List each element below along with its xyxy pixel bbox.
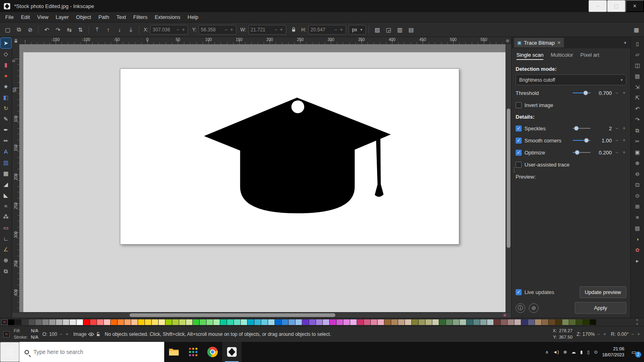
palette-swatch[interactable] xyxy=(282,319,288,325)
vertical-scrollbar-thumb[interactable] xyxy=(507,109,510,248)
opacity-control[interactable]: O: 100 − + xyxy=(42,331,69,337)
input-indicator-icon[interactable]: ⊙ xyxy=(594,350,598,355)
palette-swatch[interactable] xyxy=(473,319,480,325)
panel-resize-grip[interactable]: ⋮ xyxy=(511,166,517,173)
threshold-value[interactable]: 0.700 xyxy=(593,90,612,96)
panel-close-icon[interactable]: ✕ xyxy=(557,40,561,45)
export-icon[interactable]: ⇱ xyxy=(632,93,643,103)
slider-knob[interactable] xyxy=(574,126,579,131)
node-tool[interactable]: ◇ xyxy=(1,49,11,59)
slider-knob[interactable] xyxy=(583,90,588,95)
tweak-tool[interactable]: ≈ xyxy=(1,201,11,211)
height-field[interactable]: 20.547 − + xyxy=(308,25,346,35)
palette-swatch[interactable] xyxy=(425,319,432,325)
deselect-icon[interactable]: ⊘ xyxy=(25,25,35,35)
palette-swatch[interactable] xyxy=(56,319,62,325)
lower-icon[interactable]: ↓ xyxy=(114,25,125,35)
palette-scroll-down-icon[interactable]: ∨ xyxy=(636,322,638,326)
palette-swatch[interactable] xyxy=(508,319,514,325)
y-increment-button[interactable]: + xyxy=(229,27,234,33)
rotate-cw-icon[interactable]: ↷ xyxy=(53,25,63,35)
palette-swatch[interactable] xyxy=(83,319,90,325)
palette-swatch[interactable] xyxy=(234,319,240,325)
restore-button[interactable]: ▢ xyxy=(607,0,625,12)
optimize-decrement-button[interactable]: − xyxy=(615,150,619,155)
palette-swatch[interactable] xyxy=(268,319,275,325)
volume-icon[interactable]: ◄) xyxy=(553,350,559,354)
layer-name[interactable]: Image xyxy=(73,331,87,337)
palette-swatch[interactable] xyxy=(378,319,384,325)
zoom-out-icon[interactable]: ⊖ xyxy=(632,169,643,179)
palette-swatch[interactable] xyxy=(76,319,83,325)
smooth-corners-increment-button[interactable]: + xyxy=(622,138,626,143)
palette-swatch[interactable] xyxy=(213,319,220,325)
taskbar-grid-app-icon[interactable] xyxy=(184,342,203,362)
gradient-tool[interactable]: ▥ xyxy=(1,157,11,168)
tab-multicolor[interactable]: Multicolor xyxy=(551,52,573,60)
palette-swatch[interactable] xyxy=(336,319,343,325)
zoom-value[interactable]: 170% xyxy=(582,331,595,337)
cut-icon[interactable]: ✂ xyxy=(632,137,643,146)
x-field[interactable]: 307.036 − + xyxy=(150,25,188,35)
move-gradients-toggle-icon[interactable]: ▥ xyxy=(394,25,405,35)
threshold-increment-button[interactable]: + xyxy=(622,90,626,96)
height-decrement-button[interactable]: − xyxy=(334,27,338,33)
optimize-value[interactable]: 0.200 xyxy=(593,150,612,156)
palette-swatch[interactable] xyxy=(542,319,548,325)
panel-menu-caret-icon[interactable]: ▾ xyxy=(624,40,628,45)
fill-stroke-icon[interactable]: ◑ xyxy=(632,234,643,244)
update-preview-button[interactable]: Update preview xyxy=(580,286,626,298)
lower-to-bottom-icon[interactable]: ⤓ xyxy=(126,25,136,35)
zoom-control[interactable]: Z: 170% − + xyxy=(576,331,607,337)
palette-swatch[interactable] xyxy=(398,319,405,325)
smooth-corners-slider[interactable] xyxy=(573,138,590,143)
palette-swatch[interactable] xyxy=(460,319,466,325)
paint-bucket-tool[interactable]: ◣ xyxy=(1,190,11,200)
palette-swatch[interactable] xyxy=(186,319,192,325)
close-button[interactable]: ✕ xyxy=(625,0,644,12)
eraser-tool[interactable]: ▭ xyxy=(1,222,11,233)
palette-swatch[interactable] xyxy=(494,319,500,325)
spray-tool[interactable]: ⁂ xyxy=(1,212,11,222)
horizontal-ruler[interactable]: -150-100-5005010015020025030035040045050… xyxy=(19,37,504,44)
onedrive-icon[interactable]: ☁ xyxy=(572,350,576,355)
guide-lock-icon[interactable] xyxy=(12,37,19,44)
palette-swatch[interactable] xyxy=(289,319,295,325)
minimize-button[interactable]: ─ xyxy=(588,0,607,12)
save-icon[interactable]: ◫ xyxy=(632,61,643,70)
hidden-icons-chevron[interactable]: ∧ xyxy=(545,350,549,355)
palette-swatch[interactable] xyxy=(487,319,493,325)
slider-knob[interactable] xyxy=(575,150,580,155)
palette-swatch[interactable] xyxy=(254,319,261,325)
x-decrement-button[interactable]: − xyxy=(175,27,180,33)
menu-view[interactable]: View xyxy=(33,13,52,21)
palette-swatch[interactable] xyxy=(220,319,227,325)
palette-swatch[interactable] xyxy=(111,319,117,325)
invert-image-checkbox[interactable] xyxy=(516,102,522,108)
scale-stroke-toggle-icon[interactable]: ▨ xyxy=(372,25,382,35)
unit-dropdown[interactable]: px ▾ xyxy=(349,25,366,35)
palette-swatch[interactable] xyxy=(172,319,179,325)
palette-swatch[interactable] xyxy=(200,319,206,325)
raise-icon[interactable]: ↑ xyxy=(103,25,114,35)
palette-swatch[interactable] xyxy=(22,319,28,325)
zoom-increment-button[interactable]: + xyxy=(603,331,607,337)
palette-swatch[interactable] xyxy=(35,319,42,325)
tab-pixel-art[interactable]: Pixel art xyxy=(580,52,599,60)
palette-swatch[interactable] xyxy=(569,319,576,325)
scale-corners-toggle-icon[interactable]: ◲ xyxy=(383,25,394,35)
live-updates-checkbox[interactable]: ✓ xyxy=(516,289,522,295)
palette-swatch[interactable] xyxy=(323,319,329,325)
palette-swatch[interactable] xyxy=(514,319,521,325)
copy-icon[interactable]: ⧉ xyxy=(632,126,643,135)
palette-swatch[interactable] xyxy=(330,319,336,325)
palette-swatch[interactable] xyxy=(343,319,350,325)
connector-tool[interactable]: ∟ xyxy=(1,233,11,244)
color-management-icon[interactable]: ❀ xyxy=(498,313,511,318)
taskbar-inkscape-icon[interactable] xyxy=(222,342,242,362)
layers-icon[interactable]: ≡ xyxy=(632,213,643,222)
zoom-decrement-button[interactable]: − xyxy=(597,331,601,337)
layer-lock-icon[interactable] xyxy=(96,332,101,337)
palette-swatch[interactable] xyxy=(384,319,391,325)
menu-text[interactable]: Text xyxy=(113,13,130,21)
